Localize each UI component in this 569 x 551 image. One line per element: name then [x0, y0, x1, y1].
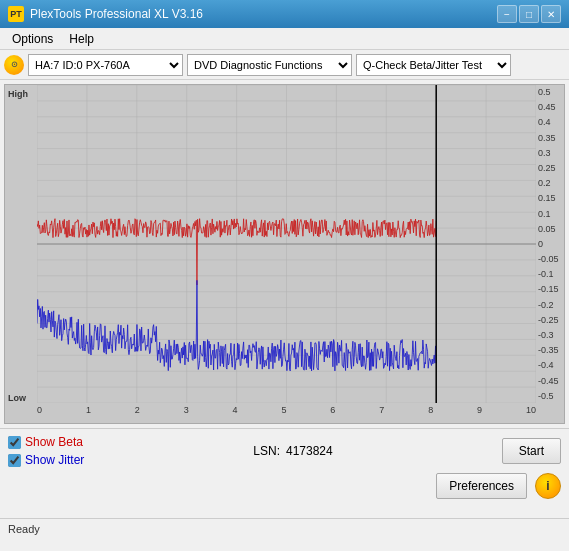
chart-canvas [37, 85, 536, 403]
show-jitter-checkbox-row[interactable]: Show Jitter [8, 453, 84, 467]
show-jitter-checkbox[interactable] [8, 454, 21, 467]
show-jitter-label: Show Jitter [25, 453, 84, 467]
y-label-high: High [8, 89, 28, 99]
title-bar: PT PlexTools Professional XL V3.16 − □ ✕ [0, 0, 569, 28]
close-button[interactable]: ✕ [541, 5, 561, 23]
info-button[interactable]: i [535, 473, 561, 499]
y-label-low: Low [8, 393, 26, 403]
menu-bar: Options Help [0, 28, 569, 50]
bottom-row1: Show Beta Show Jitter LSN: 4173824 Start [8, 435, 561, 467]
preferences-button[interactable]: Preferences [436, 473, 527, 499]
show-beta-label: Show Beta [25, 435, 83, 449]
chart-inner: High Low 0.5 0.45 0.4 0.35 0.3 0.25 0.2 … [5, 85, 564, 423]
drive-icon: ⊙ [4, 55, 24, 75]
maximize-button[interactable]: □ [519, 5, 539, 23]
lsn-area: LSN: 4173824 [253, 444, 332, 458]
checkbox-row: Show Beta Show Jitter [8, 435, 84, 467]
function-select[interactable]: DVD Diagnostic Functions [187, 54, 352, 76]
menu-help[interactable]: Help [61, 30, 102, 48]
drive-select[interactable]: HA:7 ID:0 PX-760A [28, 54, 183, 76]
test-select[interactable]: Q-Check Beta/Jitter Test [356, 54, 511, 76]
lsn-value: 4173824 [286, 444, 333, 458]
title-bar-left: PT PlexTools Professional XL V3.16 [8, 6, 203, 22]
y-axis-right: 0.5 0.45 0.4 0.35 0.3 0.25 0.2 0.15 0.1 … [536, 85, 564, 403]
toolbar: ⊙ HA:7 ID:0 PX-760A DVD Diagnostic Funct… [0, 50, 569, 80]
start-button[interactable]: Start [502, 438, 561, 464]
bottom-panel: Show Beta Show Jitter LSN: 4173824 Start… [0, 428, 569, 518]
show-beta-checkbox[interactable] [8, 436, 21, 449]
app-icon: PT [8, 6, 24, 22]
status-text: Ready [8, 523, 40, 535]
bottom-row2: Preferences i [8, 473, 561, 499]
x-axis: 0 1 2 3 4 5 6 7 8 9 10 [37, 403, 536, 423]
status-bar: Ready [0, 518, 569, 538]
minimize-button[interactable]: − [497, 5, 517, 23]
window-title: PlexTools Professional XL V3.16 [30, 7, 203, 21]
chart-plot [37, 85, 536, 403]
show-beta-checkbox-row[interactable]: Show Beta [8, 435, 84, 449]
menu-options[interactable]: Options [4, 30, 61, 48]
window-controls: − □ ✕ [497, 5, 561, 23]
lsn-label: LSN: [253, 444, 280, 458]
chart-area: High Low 0.5 0.45 0.4 0.35 0.3 0.25 0.2 … [4, 84, 565, 424]
